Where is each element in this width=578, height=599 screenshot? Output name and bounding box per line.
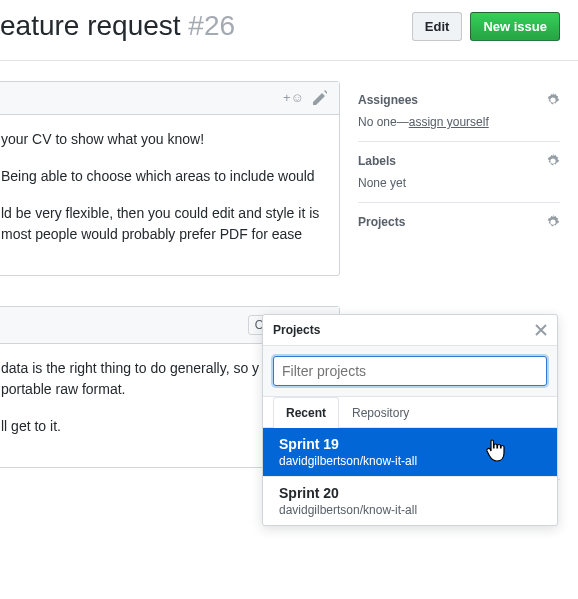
sidebar-labels: Labels None yet (358, 142, 560, 203)
sidebar-value: None yet (358, 176, 560, 190)
svg-text:+☺: +☺ (283, 90, 304, 105)
comment-text: Being able to choose which areas to incl… (1, 166, 325, 187)
issue-header: eature request #26 Edit New issue (0, 0, 578, 52)
project-item-title: Sprint 19 (279, 436, 541, 452)
sidebar-label: Assignees (358, 93, 418, 107)
gear-icon[interactable] (546, 215, 560, 229)
popover-header: Projects (263, 315, 557, 346)
projects-popover: Projects Recent Repository Sprint 19 dav… (262, 314, 558, 526)
popover-title: Projects (273, 323, 320, 337)
filter-projects-input[interactable] (273, 356, 547, 386)
pencil-icon[interactable] (313, 90, 327, 106)
issue-title: eature request #26 (0, 10, 412, 42)
project-item-sprint-20[interactable]: Sprint 20 davidgilbertson/know-it-all (263, 477, 557, 525)
tab-recent[interactable]: Recent (273, 397, 339, 428)
project-item-sub: davidgilbertson/know-it-all (279, 454, 541, 468)
sidebar-assignees: Assignees No one—assign yourself (358, 81, 560, 142)
tab-repository[interactable]: Repository (339, 397, 422, 428)
close-icon[interactable] (535, 324, 547, 336)
issue-title-text: eature request (0, 10, 181, 41)
comment-text: ld be very flexible, then you could edit… (1, 203, 325, 245)
comment-box: +☺ your CV to show what you know! Being … (0, 81, 340, 276)
gear-icon[interactable] (546, 154, 560, 168)
header-divider (0, 60, 578, 61)
popover-tabs: Recent Repository (263, 397, 557, 428)
assignees-none-text: No one— (358, 115, 409, 129)
project-item-sub: davidgilbertson/know-it-all (279, 503, 541, 517)
sidebar-projects: Projects (358, 203, 560, 249)
project-item-title: Sprint 20 (279, 485, 541, 501)
comment-text: your CV to show what you know! (1, 129, 325, 150)
gear-icon[interactable] (546, 93, 560, 107)
comment-toolbar: +☺ (0, 82, 339, 115)
sidebar-label: Projects (358, 215, 405, 229)
comment-body: your CV to show what you know! Being abl… (0, 115, 339, 275)
edit-button[interactable]: Edit (412, 12, 463, 41)
add-reaction-icon[interactable]: +☺ (283, 90, 305, 106)
sidebar-label: Labels (358, 154, 396, 168)
issue-number: #26 (188, 10, 235, 41)
project-item-sprint-19[interactable]: Sprint 19 davidgilbertson/know-it-all (263, 428, 557, 477)
new-issue-button[interactable]: New issue (470, 12, 560, 41)
sidebar-value: No one—assign yourself (358, 115, 560, 129)
assign-yourself-link[interactable]: assign yourself (409, 115, 489, 129)
